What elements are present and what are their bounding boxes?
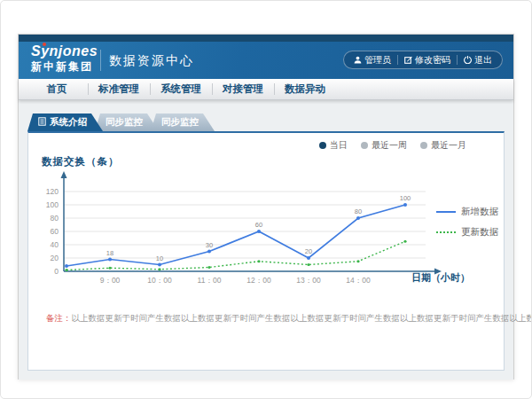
tab-sync-monitor-1[interactable]: 同步监控 [95,113,159,131]
chart-panel: 当日 最近一周 最近一月 数据交换（条） 0204060801001209：00… [27,131,505,371]
svg-text:120: 120 [46,187,59,196]
filter-today-label: 当日 [330,139,348,152]
svg-text:40: 40 [51,240,59,249]
svg-text:30: 30 [206,241,213,249]
tab-sync-monitor-2[interactable]: 同步监控 [151,113,215,131]
edit-icon [404,56,412,64]
svg-text:60: 60 [51,227,59,236]
radio-icon [420,142,427,149]
legend-update-data-label: 更新数据 [461,226,498,239]
main-nav: 首页 标准管理 系统管理 对接管理 数据异动 [19,79,513,100]
tab-system-intro[interactable]: 系统介绍 [27,113,103,131]
svg-text:11：00: 11：00 [198,276,222,285]
legend-item-new-data[interactable]: 新增数据 [436,206,498,218]
footnote-prefix: 备注： [46,313,72,323]
logo-text: Synjones [31,44,98,59]
x-axis-title: 日期（小时） [411,271,470,285]
dotted-line-icon [436,231,456,233]
svg-text:13：00: 13：00 [296,276,321,285]
svg-text:80: 80 [51,214,59,223]
svg-text:100: 100 [400,194,411,202]
user-menu-separator [457,55,458,65]
content-area: 系统介绍 同步监控 同步监控 当日 最近一周 [19,100,513,379]
svg-text:10: 10 [156,254,163,262]
filter-last-month[interactable]: 最近一月 [420,139,466,152]
legend-item-update-data[interactable]: 更新数据 [436,226,498,239]
svg-text:80: 80 [355,207,362,215]
user-menu: 管理员 修改密码 退出 [343,51,503,69]
svg-text:10：00: 10：00 [147,276,172,285]
tab-sync-monitor-1-label: 同步监控 [106,116,143,129]
user-menu-logout[interactable]: 退出 [464,54,492,66]
logo-subtitle: 新中新集团 [31,61,98,72]
page-title: 数据资源中心 [109,53,194,69]
tab-sync-monitor-2-label: 同步监控 [161,116,199,129]
svg-text:60: 60 [255,221,262,229]
user-icon [354,56,362,64]
nav-item-system-management[interactable]: 系统管理 [150,79,212,99]
logo-red-dot-icon [43,43,46,46]
svg-text:12：00: 12：00 [246,276,271,285]
nav-item-home[interactable]: 首页 [26,79,88,99]
tab-system-intro-label: 系统介绍 [50,116,87,129]
nav-item-data-change[interactable]: 数据异动 [274,79,336,99]
filter-last-week-label: 最近一周 [372,139,407,152]
user-menu-admin-label: 管理员 [364,54,391,66]
radio-selected-icon [319,142,326,149]
svg-text:18: 18 [106,249,113,257]
filter-last-week[interactable]: 最近一周 [361,139,407,152]
nav-item-standard-management[interactable]: 标准管理 [88,79,150,99]
nav-item-interface-management[interactable]: 对接管理 [212,79,274,99]
series-legend: 新增数据 更新数据 [436,206,498,239]
user-menu-change-password-label: 修改密码 [415,54,450,66]
svg-text:20: 20 [305,247,312,255]
filter-last-month-label: 最近一月 [431,139,466,152]
solid-line-icon [436,211,456,213]
svg-text:9：00: 9：00 [100,276,121,285]
header-divider [100,50,101,71]
tab-bar: 系统介绍 同步监控 同步监控 [27,113,207,131]
user-menu-change-password[interactable]: 修改密码 [404,54,450,66]
legend-new-data-label: 新增数据 [461,206,498,218]
filter-today[interactable]: 当日 [319,139,348,152]
user-menu-separator [397,55,398,65]
document-icon [38,117,46,128]
user-menu-logout-label: 退出 [474,54,492,66]
time-range-filters: 当日 最近一周 最近一月 [319,139,466,152]
app-window: Synjones 新中新集团 数据资源中心 管理员 修改密码 [18,34,514,379]
logo: Synjones 新中新集团 [31,44,98,72]
radio-icon [361,142,368,149]
svg-text:14：00: 14：00 [346,276,371,285]
footnote-text: 以上数据更新于时间产生数据以上数据更新于时间产生数据以上数据更新于时间产生数据以… [72,313,532,323]
header-top-strip [19,35,513,42]
user-menu-admin[interactable]: 管理员 [354,54,391,66]
footnote: 备注：以上数据更新于时间产生数据以上数据更新于时间产生数据以上数据更新于时间产生… [28,313,504,325]
svg-text:20: 20 [51,254,59,262]
line-chart: 0204060801001209：0010：0011：0012：0013：001… [37,167,463,291]
svg-text:100: 100 [46,200,59,209]
svg-text:0: 0 [54,267,59,276]
header: Synjones 新中新集团 数据资源中心 管理员 修改密码 [19,42,513,79]
power-icon [464,56,472,64]
